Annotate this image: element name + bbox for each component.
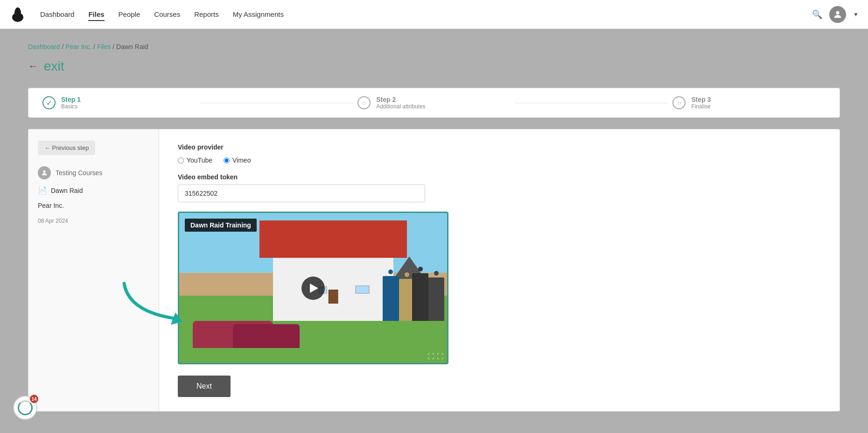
play-button[interactable] [301,277,325,300]
nav-files[interactable]: Files [88,10,104,21]
house-door [329,290,338,304]
file-icon: 📄 [38,186,47,195]
left-meta: Testing Courses 📄 Dawn Raid Pear Inc. 08… [38,166,149,225]
left-user: Testing Courses [38,166,149,179]
breadcrumb: Dashboard / Pear Inc. / Files / Dawn Rai… [28,43,840,50]
left-panel: ← Previous step Testing Courses 📄 Dawn R… [28,129,159,411]
step-1-name: Step 1 [61,96,81,103]
exit-back-arrow[interactable]: ← [28,60,38,72]
vimeo-label: Vimeo [232,156,251,164]
play-triangle-icon [310,284,318,293]
step-2-name: Step 2 [376,96,425,103]
left-date: 08 Apr 2024 [38,216,149,225]
notification-badge[interactable]: 14 [13,396,37,420]
breadcrumb-dashboard[interactable]: Dashboard [28,43,60,50]
nav-right: 🔍 ▼ [812,6,859,23]
step-3-sub: Finalise [691,103,711,110]
user-icon [38,166,51,179]
notification-count: 14 [30,395,38,403]
person-1 [383,276,399,321]
prev-step-button[interactable]: ← Previous step [38,141,95,155]
step-divider-1 [200,103,353,103]
user-avatar[interactable] [829,6,846,23]
nav-courses[interactable]: Courses [154,10,180,18]
house-window-right [355,285,370,294]
steps-bar: ✓ Step 1 Basics ○ Step 2 Additional attr… [28,88,840,118]
user-dropdown-caret[interactable]: ▼ [853,11,859,18]
youtube-radio-option[interactable]: YouTube [178,156,212,164]
exit-header: ← exit [28,59,840,74]
svg-point-3 [836,11,839,14]
search-icon[interactable]: 🔍 [812,9,822,20]
step-1-sub: Basics [61,103,81,110]
svg-point-2 [15,7,20,12]
person-3 [412,273,428,321]
exit-title: exit [44,59,64,74]
step-2-text: Step 2 Additional attributes [376,96,425,110]
step-3: ○ Step 3 Finalise [672,96,826,110]
video-preview-inner: Dawn Raid Training [179,213,447,363]
house-roof [259,220,407,258]
breadcrumb-files[interactable]: Files [97,43,111,50]
youtube-label: YouTube [187,156,212,164]
left-org: Pear Inc. [38,201,149,210]
fullscreen-icon[interactable]: ⛶ [437,353,443,360]
expand-icon[interactable]: ⛶ [427,353,434,360]
step-1-text: Step 1 Basics [61,96,81,110]
file-name: Dawn Raid [51,187,83,194]
two-col-layout: ← Previous step Testing Courses 📄 Dawn R… [28,129,840,412]
car-2 [233,324,300,348]
main-content: Dashboard / Pear Inc. / Files / Dawn Rai… [0,29,868,426]
person-4 [428,277,444,321]
step-1: ✓ Step 1 Basics [42,96,196,110]
step-3-circle: ○ [672,96,686,109]
step-3-name: Step 3 [691,96,711,103]
step-2: ○ Step 2 Additional attributes [357,96,511,110]
right-panel: Video provider YouTube Vimeo Video embed… [159,129,840,411]
nav-items: Dashboard Files People Courses Reports M… [40,10,812,19]
nav-my-assignments[interactable]: My Assignments [233,10,284,18]
left-file: 📄 Dawn Raid [38,186,149,195]
breadcrumb-current: Dawn Raid [116,43,148,50]
embed-token-label: Video embed token [178,173,821,181]
svg-point-4 [43,170,45,173]
logo[interactable] [9,6,26,23]
video-controls[interactable]: ⛶ ⛶ [427,353,443,360]
video-preview: Dawn Raid Training [178,212,448,364]
radio-group: YouTube Vimeo [178,156,821,164]
step-3-text: Step 3 Finalise [691,96,711,110]
next-button[interactable]: Next [178,376,231,397]
vimeo-radio[interactable] [224,157,230,163]
breadcrumb-org[interactable]: Pear Inc. [65,43,91,50]
embed-token-input[interactable] [178,185,425,202]
step-1-circle: ✓ [42,96,56,109]
step-divider-2 [515,103,668,103]
youtube-radio[interactable] [178,157,184,163]
user-label: Testing Courses [56,169,102,177]
nav-dashboard[interactable]: Dashboard [40,10,74,18]
house-body [273,258,393,321]
video-title-bar: Dawn Raid Training [185,219,257,232]
notification-spinner [18,400,33,415]
step-2-sub: Additional attributes [376,103,425,110]
video-provider-label: Video provider [178,143,821,151]
nav-people[interactable]: People [119,10,140,18]
nav-reports[interactable]: Reports [194,10,219,18]
vimeo-radio-option[interactable]: Vimeo [224,156,251,164]
navbar: Dashboard Files People Courses Reports M… [0,0,868,29]
step-2-circle: ○ [357,96,371,109]
